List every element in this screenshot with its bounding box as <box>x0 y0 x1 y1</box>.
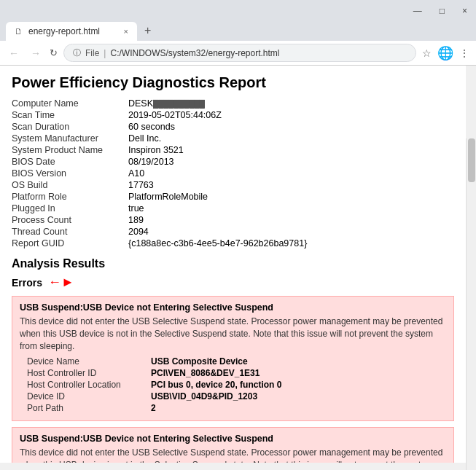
info-row: BIOS VersionA10 <box>12 168 454 179</box>
info-value: 17763 <box>128 180 154 190</box>
device-info-value: 2 <box>151 403 156 413</box>
device-info-row: Port Path2 <box>27 403 446 413</box>
info-row: Report GUID{c188a8ec-c3b6-4ee5-b4e7-962b… <box>12 238 454 248</box>
info-value: {c188a8ec-c3b6-4ee5-b4e7-962b26ba9781} <box>128 238 307 248</box>
device-info-label: Host Controller ID <box>27 368 151 378</box>
device-info-value: PCI bus 0, device 20, function 0 <box>151 380 281 390</box>
device-info-row: Device NameUSB Composite Device <box>27 356 446 367</box>
forward-button[interactable]: → <box>28 46 44 60</box>
info-row: Scan Time2019-05-02T05:44:06Z <box>12 110 454 120</box>
info-label: Scan Time <box>12 110 128 120</box>
browser-chrome: — □ × 🗋 energy-report.html × + ← → ↻ ⓘ F… <box>0 0 476 66</box>
bookmark-star-icon[interactable]: ☆ <box>422 47 432 59</box>
new-tab-button[interactable]: + <box>137 20 158 41</box>
device-info-value: USB\VID_04D9&PID_1203 <box>151 391 257 402</box>
address-lock-icon: ⓘ <box>73 47 81 58</box>
info-label: System Product Name <box>12 145 128 155</box>
info-value: Inspiron 3521 <box>128 145 184 155</box>
device-info-table: Device NameUSB Composite DeviceHost Cont… <box>27 356 446 413</box>
title-bar-controls: — □ × <box>410 4 470 17</box>
errors-label: Errors <box>12 277 42 289</box>
info-label: Scan Duration <box>12 122 128 132</box>
device-info-label: Device ID <box>27 391 151 402</box>
system-info-table: Computer NameDESK██████████Scan Time2019… <box>12 98 454 248</box>
toolbar-right: 🌐 ⋮ <box>437 45 470 61</box>
errors-label-row: Errors ←► <box>12 275 454 290</box>
info-row: Thread Count2094 <box>12 227 454 237</box>
info-row: System ManufacturerDell Inc. <box>12 133 454 144</box>
error-block-title: USB Suspend:USB Device not Entering Sele… <box>20 302 446 313</box>
globe-icon: 🌐 <box>437 45 453 61</box>
info-value: Dell Inc. <box>128 133 161 144</box>
device-info-label: Port Path <box>27 403 151 413</box>
scrollbar-track[interactable] <box>466 138 476 470</box>
info-value: true <box>128 203 144 214</box>
tab-page-icon: 🗋 <box>15 27 23 36</box>
info-label: BIOS Date <box>12 157 128 167</box>
info-value: PlatformRoleMobile <box>128 192 208 202</box>
device-info-value: PCI\VEN_8086&DEV_1E31 <box>151 368 260 378</box>
info-label: BIOS Version <box>12 168 128 179</box>
device-info-value: USB Composite Device <box>151 356 248 367</box>
info-row: Process Count189 <box>12 215 454 225</box>
errors-container: USB Suspend:USB Device not Entering Sele… <box>12 296 454 463</box>
info-label: OS Build <box>12 180 128 190</box>
title-bar: — □ × <box>0 0 476 17</box>
info-value: 2094 <box>128 227 149 237</box>
error-block-desc: This device did not enter the USB Select… <box>20 316 446 352</box>
info-value: 60 seconds <box>128 122 175 132</box>
info-row: OS Build17763 <box>12 180 454 190</box>
analysis-results-title: Analysis Results <box>12 257 454 270</box>
tab-close-button[interactable]: × <box>124 27 128 36</box>
info-label: Plugged In <box>12 203 128 214</box>
info-row: Plugged Intrue <box>12 203 454 214</box>
address-bar-row: ← → ↻ ⓘ File | C:/WINDOWS/system32/energ… <box>0 41 476 66</box>
error-arrow-icon: ←► <box>48 275 74 290</box>
info-label: System Manufacturer <box>12 133 128 144</box>
tab-bar: 🗋 energy-report.html × + <box>0 20 476 41</box>
maximize-button[interactable]: □ <box>437 4 448 17</box>
info-label: Report GUID <box>12 238 128 248</box>
minimize-button[interactable]: — <box>410 4 425 17</box>
info-row: Scan Duration60 seconds <box>12 122 454 132</box>
info-row: Platform RolePlatformRoleMobile <box>12 192 454 202</box>
error-block: USB Suspend:USB Device not Entering Sele… <box>12 296 454 421</box>
info-value: DESK██████████ <box>128 98 205 109</box>
tab-label: energy-report.html <box>28 26 100 36</box>
info-row: Computer NameDESK██████████ <box>12 98 454 109</box>
error-block: USB Suspend:USB Device not Entering Sele… <box>12 427 454 463</box>
info-row: BIOS Date08/19/2013 <box>12 157 454 167</box>
active-tab[interactable]: 🗋 energy-report.html × <box>6 22 137 41</box>
close-window-button[interactable]: × <box>459 4 470 17</box>
address-protocol: File <box>85 48 99 58</box>
error-block-title: USB Suspend:USB Device not Entering Sele… <box>20 434 446 444</box>
info-value: 08/19/2013 <box>128 157 174 167</box>
address-bar[interactable]: ⓘ File | C:/WINDOWS/system32/energy-repo… <box>63 44 416 62</box>
address-separator: | <box>104 48 106 58</box>
error-block-desc: This device did not enter the USB Select… <box>20 447 446 463</box>
device-info-row: Device IDUSB\VID_04D9&PID_1203 <box>27 391 446 402</box>
info-value: A10 <box>128 168 144 179</box>
scrollbar-thumb[interactable] <box>468 138 475 182</box>
report-title: Power Efficiency Diagnostics Report <box>12 74 454 91</box>
device-info-row: Host Controller LocationPCI bus 0, devic… <box>27 380 446 390</box>
info-value: 2019-05-02T05:44:06Z <box>128 110 222 120</box>
info-label: Process Count <box>12 215 128 225</box>
page-content: Power Efficiency Diagnostics Report Comp… <box>0 66 466 463</box>
device-info-row: Host Controller IDPCI\VEN_8086&DEV_1E31 <box>27 368 446 378</box>
info-value: 189 <box>128 215 144 225</box>
browser-menu-button[interactable]: ⋮ <box>459 47 470 59</box>
info-label: Thread Count <box>12 227 128 237</box>
info-row: System Product NameInspiron 3521 <box>12 145 454 155</box>
device-info-label: Host Controller Location <box>27 380 151 390</box>
device-info-label: Device Name <box>27 356 151 367</box>
back-button[interactable]: ← <box>6 46 22 60</box>
info-label: Platform Role <box>12 192 128 202</box>
address-path: C:/WINDOWS/system32/energy-report.html <box>110 48 407 58</box>
refresh-button[interactable]: ↻ <box>50 47 58 58</box>
info-label: Computer Name <box>12 98 128 109</box>
